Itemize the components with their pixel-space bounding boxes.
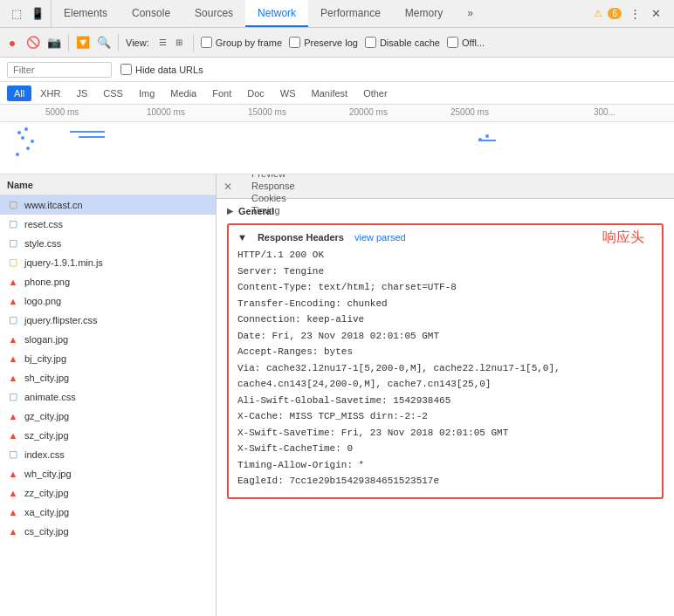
type-filter-btn-doc[interactable]: Doc [240,86,272,101]
close-icon[interactable]: ✕ [648,6,664,22]
tab-console[interactable]: Console [120,0,182,27]
view-parsed-link[interactable]: view parsed [354,232,406,243]
header-line: X-Swift-CacheTime: 0 [237,441,653,456]
file-type-icon: ▲ [7,429,19,441]
file-item[interactable]: ▲bj_city.jpg [0,349,216,368]
type-filter-btn-img[interactable]: Img [132,86,162,101]
file-item[interactable]: ▢jquery.flipster.css [0,311,216,330]
ruler-mark-2: 10000 ms [147,107,185,117]
filter-icon[interactable]: 🔽 [76,36,90,50]
dock-icon[interactable]: ⬚ [9,6,24,22]
type-filter-btn-other[interactable]: Other [356,86,395,101]
panel-tabs: ✕ HeadersPreviewResponseCookiesTiming [217,175,674,199]
offline-label: Offl... [462,38,485,48]
file-item[interactable]: ▢animate.css [0,387,216,407]
type-filter-btn-js[interactable]: JS [69,86,94,101]
file-item[interactable]: ▢style.css [0,234,216,253]
type-filter-btn-manifest[interactable]: Manifest [305,86,355,101]
type-filter-btn-font[interactable]: Font [205,86,238,101]
record-button[interactable]: ● [5,36,19,50]
panel-close-button[interactable]: ✕ [217,181,239,193]
file-item[interactable]: ▢index.css [0,445,216,464]
tab-performance[interactable]: Performance [308,0,393,27]
file-item[interactable]: ▲phone.png [0,272,216,291]
file-type-icon: ▲ [7,333,19,346]
response-headers-title: ▼ Response Headers view parsed 响应头 [237,232,653,243]
camera-button[interactable]: 📷 [47,36,61,50]
tab-sources[interactable]: Sources [182,0,245,27]
filter-input[interactable] [7,62,112,78]
type-filter-btn-css[interactable]: CSS [96,86,130,101]
file-item[interactable]: ▲sz_city.jpg [0,426,216,445]
search-icon[interactable]: 🔍 [97,36,111,50]
ruler-mark-4: 20000 ms [349,107,388,117]
file-list-header: Name [0,175,216,195]
disable-cache-label: Disable cache [380,38,440,48]
file-item[interactable]: ▲cs_city.jpg [0,522,216,541]
header-line: Connection: keep-alive [237,312,653,327]
disable-cache-checkbox[interactable]: Disable cache [365,37,440,48]
type-filter-btn-all[interactable]: All [7,86,31,101]
panel-tab-response[interactable]: Response [239,181,307,193]
file-type-icon: ▲ [7,352,19,365]
ruler-mark-3: 15000 ms [248,107,286,117]
file-item[interactable]: ▲sh_city.jpg [0,368,216,387]
file-type-icon: ▢ [7,314,19,326]
bar-line [70,131,105,133]
header-line: Timing-Allow-Origin: * [237,458,653,473]
file-list: Name ▢www.itcast.cn▢reset.css▢style.css▢… [0,175,217,616]
clear-button[interactable]: 🚫 [26,36,40,50]
ruler-mark-5: 25000 ms [450,107,489,117]
bar-dot [17,131,21,134]
file-item[interactable]: ▲zz_city.jpg [0,483,216,503]
more-options-icon[interactable]: ⋮ [627,6,643,22]
preserve-log-label: Preserve log [304,38,358,48]
file-item[interactable]: ▲wh_city.jpg [0,464,216,483]
file-item[interactable]: ▢reset.css [0,215,216,234]
list-view-icon[interactable]: ☰ [156,36,170,50]
header-line: cache4.cn143[24,200-0,M], cache7.cn143[2… [237,377,653,392]
file-item[interactable]: ▢www.itcast.cn [0,195,216,215]
preserve-log-checkbox[interactable]: Preserve log [289,37,358,48]
toolbar-sep-1 [68,34,69,51]
bar-dot [24,127,28,131]
type-filter-btn-xhr[interactable]: XHR [33,86,67,101]
top-tab-bar: ⬚ 📱 Elements Console Sources Network Per… [0,0,674,28]
file-item[interactable]: ▲logo.png [0,291,216,311]
header-line: HTTP/1.1 200 OK [237,248,653,263]
devtools-icons: ⬚ 📱 [3,0,52,27]
right-panel: ✕ HeadersPreviewResponseCookiesTiming ▶ … [217,175,674,616]
hide-data-urls-checkbox[interactable]: Hide data URLs [120,64,203,75]
file-name: style.css [24,238,61,249]
file-item[interactable]: ▲slogan.jpg [0,330,216,349]
response-headers-label: Response Headers [258,232,344,243]
group-by-frame-checkbox[interactable]: Group by frame [201,37,282,48]
offline-checkbox[interactable]: Offl... [447,37,485,48]
toolbar-sep-2 [118,34,119,51]
file-type-icon: ▢ [7,199,19,211]
file-type-icon: ▢ [7,448,19,461]
file-type-icon: ▲ [7,372,19,384]
file-type-icon: ▲ [7,468,19,480]
toolbar-sep-3 [193,34,194,51]
file-item[interactable]: ▲gz_city.jpg [0,407,216,426]
type-filter-btn-ws[interactable]: WS [273,86,303,101]
file-type-icon: ▲ [7,506,19,518]
file-type-icon: ▢ [7,218,19,230]
tab-network[interactable]: Network [245,0,308,27]
tab-memory[interactable]: Memory [393,0,455,27]
response-headers-triangle: ▼ [237,232,247,243]
device-icon[interactable]: 📱 [30,6,45,22]
file-name: wh_city.jpg [24,469,72,479]
file-item[interactable]: ▲xa_city.jpg [0,503,216,522]
general-section-header[interactable]: ▶ General [227,206,664,216]
header-line: Server: Tengine [237,264,653,279]
tab-more[interactable]: » [455,0,485,27]
tab-elements[interactable]: Elements [52,0,120,27]
file-name: phone.png [24,277,70,287]
file-type-icon: ▲ [7,276,19,288]
header-line: Content-Type: text/html; charset=UTF-8 [237,280,653,295]
grid-view-icon[interactable]: ⊞ [172,36,186,50]
file-item[interactable]: ▢jquery-1.9.1.min.js [0,253,216,272]
type-filter-btn-media[interactable]: Media [163,86,203,101]
